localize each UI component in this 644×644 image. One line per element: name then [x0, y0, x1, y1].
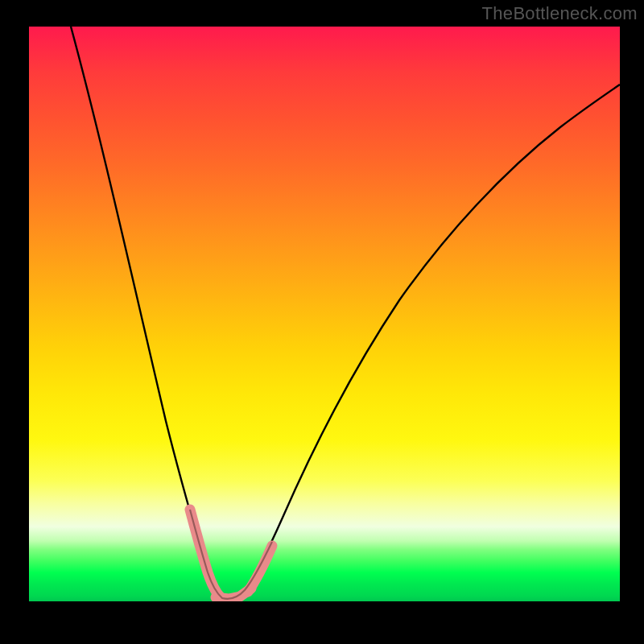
highlight-right	[248, 546, 272, 592]
watermark-text: TheBottleneck.com	[482, 3, 638, 24]
bottleneck-curve	[71, 27, 620, 599]
bottleneck-curve-overlay	[190, 510, 272, 599]
highlight-left	[190, 510, 221, 597]
chart-svg	[29, 27, 620, 601]
chart-plot-area	[29, 27, 620, 601]
